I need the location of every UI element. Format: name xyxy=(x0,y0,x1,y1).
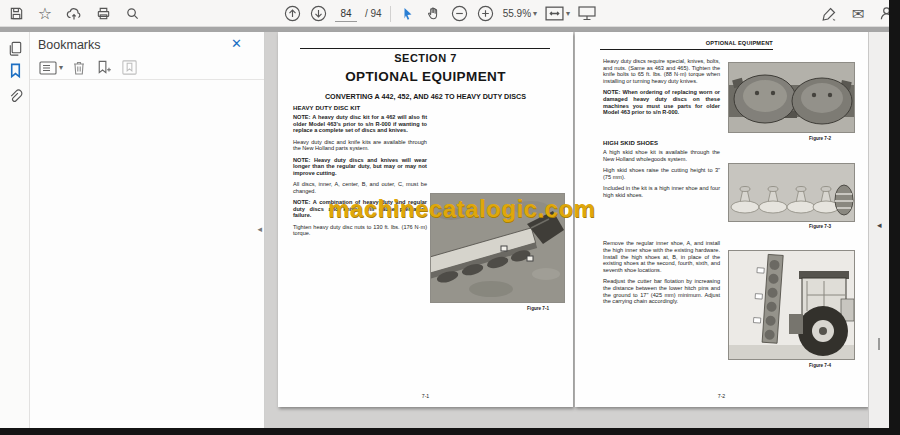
screen-edge-bottom xyxy=(0,428,900,435)
zoom-level-dropdown[interactable]: 55.9% ▾ xyxy=(503,8,537,19)
scrollbar-thumb[interactable] xyxy=(878,338,880,350)
paragraph: NOTE: Heavy duty discs and knives will w… xyxy=(293,157,427,177)
right-text-column: Heavy duty discs require special, knives… xyxy=(603,58,720,310)
watermark-text: machinecatalogic.com xyxy=(328,195,595,223)
bookmarks-title: Bookmarks xyxy=(38,38,101,52)
email-icon[interactable]: ✉ xyxy=(849,5,867,23)
page-number-footer: 7-1 xyxy=(278,393,573,399)
figure-caption: Figure 7-4 xyxy=(728,363,831,368)
column-heading: HEAVY DUTY DISC KIT xyxy=(293,105,427,111)
paragraph: Heavy duty discs require special, knives… xyxy=(603,58,720,85)
navigation-icon-strip xyxy=(0,32,30,428)
section-title: SECTION 7 xyxy=(278,52,573,64)
bookmarks-header: Bookmarks ✕ xyxy=(30,32,264,56)
page-title: OPTIONAL EQUIPMENT xyxy=(278,69,573,84)
chevron-down-icon: ▾ xyxy=(533,9,537,18)
display-settings-icon[interactable] xyxy=(578,5,596,23)
find-bookmark-icon[interactable] xyxy=(121,59,138,76)
figure-caption: Figure 7-2 xyxy=(728,136,831,141)
add-bookmark-icon[interactable] xyxy=(95,59,112,76)
search-icon[interactable] xyxy=(123,5,141,23)
fill-sign-pen-icon[interactable] xyxy=(820,5,838,23)
figure-caption: Figure 7-1 xyxy=(430,306,549,311)
page-thumbnails-icon[interactable] xyxy=(5,38,25,58)
chevron-down-icon: ▾ xyxy=(566,9,570,18)
toolbar-right-group: ✉ xyxy=(820,0,896,27)
hand-tool-icon[interactable] xyxy=(425,5,443,23)
paragraph: A high skid shoe kit is available throug… xyxy=(603,149,720,162)
toolbar-divider xyxy=(390,6,391,22)
star-icon[interactable]: ☆ xyxy=(36,5,54,23)
main-toolbar: ☆ / 94 xyxy=(0,0,889,27)
document-scroll-area[interactable]: SECTION 7 OPTIONAL EQUIPMENT CONVERTING … xyxy=(265,32,868,428)
paragraph: Remove the regular inner shoe, A, and in… xyxy=(603,240,720,274)
page-number-footer: 7-2 xyxy=(575,393,868,399)
figure-7-4-image xyxy=(728,250,855,360)
chevron-down-icon: ▾ xyxy=(59,63,63,72)
header-rule xyxy=(300,48,550,49)
page-subtitle: CONVERTING A 442, 452, AND 462 TO HEAVY … xyxy=(278,92,573,101)
tools-panel-collapsed-strip: ◂ xyxy=(868,32,889,428)
close-icon[interactable]: ✕ xyxy=(231,36,242,51)
page-number-input[interactable] xyxy=(335,6,357,22)
print-icon[interactable] xyxy=(94,5,112,23)
select-tool-icon[interactable] xyxy=(399,5,417,23)
zoom-in-icon[interactable] xyxy=(477,5,495,23)
bookmarks-toolbar: ▾ xyxy=(30,56,264,80)
previous-page-icon[interactable] xyxy=(283,5,301,23)
bookmarks-panel: Bookmarks ✕ ▾ ◂ xyxy=(30,32,265,428)
collapse-tools-arrow[interactable]: ◂ xyxy=(877,220,882,230)
attachments-paperclip-icon[interactable] xyxy=(5,86,25,106)
document-page-right[interactable]: OPTIONAL EQUIPMENT Heavy duty discs requ… xyxy=(575,32,868,407)
delete-bookmark-icon[interactable] xyxy=(72,60,86,76)
paragraph: All discs, inner, A, center, B, and oute… xyxy=(293,181,427,194)
paragraph: Tighten heavy duty disc nuts to 130 ft. … xyxy=(293,224,427,237)
running-header: OPTIONAL EQUIPMENT xyxy=(600,40,773,46)
zoom-level-value: 55.9% xyxy=(503,8,531,19)
paragraph: NOTE: When ordering of replacing worn or… xyxy=(603,89,720,116)
toolbar-left-group: ☆ xyxy=(7,0,141,27)
paragraph: Included in the kit is a high inner shoe… xyxy=(603,185,720,198)
fit-width-dropdown[interactable]: ▾ xyxy=(545,6,570,21)
paragraph: NOTE: A heavy duty disc kit for a 462 wi… xyxy=(293,114,427,134)
bookmarks-panel-icon[interactable] xyxy=(5,60,25,80)
page-count-label: / 94 xyxy=(365,8,382,19)
next-page-icon[interactable] xyxy=(309,5,327,23)
collapse-panel-arrow[interactable]: ◂ xyxy=(257,224,262,234)
bookmark-options-icon[interactable]: ▾ xyxy=(39,61,63,75)
toolbar-center-group: / 94 55.9% ▾ ▾ xyxy=(283,0,596,27)
figure-7-2-image xyxy=(728,62,855,133)
figure-7-3-image xyxy=(728,163,855,222)
zoom-out-icon[interactable] xyxy=(451,5,469,23)
column-heading: HIGH SKID SHOES xyxy=(603,140,720,146)
paragraph: High skid shoes raise the cutting height… xyxy=(603,167,720,180)
cloud-upload-icon[interactable] xyxy=(65,5,83,23)
header-rule xyxy=(600,49,773,50)
figure-caption: Figure 7-3 xyxy=(728,224,831,229)
paragraph: Readjust the cutter bar flotation by inc… xyxy=(603,278,720,305)
screen-edge-right xyxy=(889,0,900,435)
paragraph: Heavy duty disc and knife kits are avail… xyxy=(293,139,427,152)
save-icon[interactable] xyxy=(7,5,25,23)
pdf-viewer-window: ☆ / 94 xyxy=(0,0,889,428)
